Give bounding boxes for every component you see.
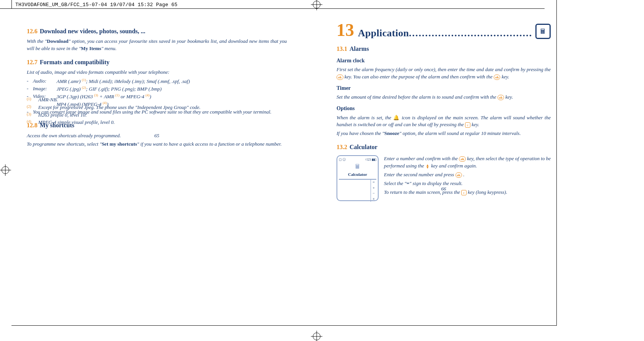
paragraph: List of audio, image and video formats c… [27, 69, 287, 76]
updown-key-icon: ▲▼ [425, 164, 430, 169]
c-key-icon: c [461, 190, 467, 195]
paragraph: When the alarm is set, the 🔔 icon is dis… [337, 114, 551, 129]
ok-key-icon: ok [337, 75, 343, 80]
registration-mark-icon [313, 333, 320, 340]
registration-mark-icon [2, 166, 9, 174]
crop-rule-right [556, 0, 557, 326]
page-number: 66 [441, 185, 446, 193]
paragraph: If you have chosen the "Snooze" option, … [337, 130, 551, 137]
ok-key-icon: ok [498, 95, 504, 100]
chapter-heading-13: 13 Application..........................… [337, 21, 551, 39]
page-number: 65 [154, 132, 159, 140]
paragraph: Set the amount of time desired before th… [337, 94, 551, 101]
c-key-icon: c [465, 122, 470, 128]
crop-header: TH3VODAFONE_UM_GB/FCC_15-07-04 19/07/04 … [15, 2, 177, 9]
calculator-icon: 🖩 [339, 162, 376, 171]
registration-mark-icon [313, 1, 320, 8]
subheading-alarm-clock: Alarm clock [337, 57, 551, 65]
paragraph: To programme new shortcuts, select "Set … [27, 141, 287, 148]
crop-rule-bottom [11, 325, 557, 326]
page-65: 12.6Download new videos, photos, sounds,… [27, 21, 287, 149]
section-heading-12-7: 12.7Formats and compatibility [27, 58, 287, 67]
footnotes: (1)AMR-NB. (2)Except for progressive Jpe… [27, 96, 287, 127]
ok-key-icon: ok [459, 156, 466, 162]
section-heading-12-6: 12.6Download new videos, photos, sounds,… [27, 27, 287, 36]
ok-key-icon: ok [494, 75, 501, 80]
bell-icon: 🔔 [393, 115, 400, 120]
subheading-options: Options [337, 105, 551, 112]
application-icon: 🖩 [535, 24, 551, 39]
calculator-figure: ▢ ⓘ ↑123 ▮▮▯ 🖩 Calculator = + − × / . [337, 155, 379, 201]
ok-key-icon: ok [455, 172, 462, 178]
section-heading-13-1: 13.1Alarms [337, 44, 551, 53]
page-66: 13 Application..........................… [337, 21, 551, 203]
section-heading-13-2: 13.2Calculator [337, 143, 551, 151]
paragraph: With the "Download" option, you can acce… [27, 38, 287, 52]
paragraph: First set the alarm frequency (daily or … [337, 66, 551, 81]
subheading-timer: Timer [337, 84, 551, 92]
